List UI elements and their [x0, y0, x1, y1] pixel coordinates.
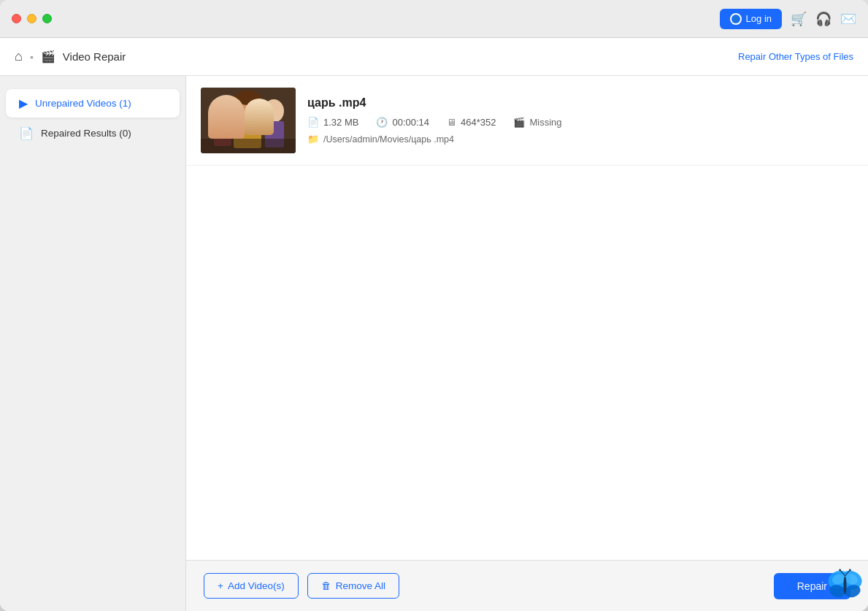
login-button[interactable]: 👤 Log in — [720, 9, 782, 29]
toolbar: ⌂ ▪ 🎬 Video Repair Repair Other Types of… — [0, 38, 868, 76]
toolbar-separator: ▪ — [30, 51, 34, 63]
film-icon: 🎬 — [41, 50, 55, 64]
repaired-file-icon: 📄 — [19, 126, 34, 140]
video-file-icon: ▶ — [19, 96, 28, 110]
file-status-item: 🎬 Missing — [513, 117, 561, 128]
file-resolution: 464*352 — [461, 117, 496, 128]
main-layout: ▶ Unrepaired Videos (1) 📄 Repaired Resul… — [0, 76, 868, 611]
svg-point-13 — [826, 567, 853, 592]
svg-point-14 — [837, 567, 864, 592]
sidebar-repaired-label: Repaired Results (0) — [41, 128, 131, 139]
file-size-icon: 📄 — [307, 117, 319, 128]
svg-point-6 — [246, 122, 250, 126]
headphone-icon[interactable]: 🎧 — [815, 11, 831, 27]
file-thumbnail — [201, 88, 296, 153]
add-video-label: Add Video(s) — [228, 580, 285, 591]
toolbar-nav: ⌂ ▪ 🎬 Video Repair — [15, 49, 126, 64]
remove-all-label: Remove All — [336, 580, 385, 591]
file-size: 1.32 MB — [323, 117, 358, 128]
svg-point-12 — [241, 115, 256, 122]
app-window: 👤 Log in 🛒 🎧 ✉️ ⌂ ▪ 🎬 Video Repair Repai… — [0, 0, 868, 611]
file-duration: 00:00:14 — [392, 117, 429, 128]
sidebar: ▶ Unrepaired Videos (1) 📄 Repaired Resul… — [0, 76, 186, 611]
close-button[interactable] — [12, 14, 21, 23]
file-path: /Users/admin/Movies/царь .mp4 — [323, 134, 454, 145]
cart-icon[interactable]: 🛒 — [791, 11, 807, 27]
svg-point-1 — [212, 96, 234, 123]
svg-rect-10 — [201, 139, 296, 153]
folder-icon: 📁 — [307, 134, 319, 145]
traffic-lights — [12, 14, 52, 23]
svg-point-15 — [828, 583, 847, 599]
home-icon[interactable]: ⌂ — [15, 49, 23, 64]
bottom-bar: + Add Video(s) 🗑 Remove All Repair — [186, 560, 868, 611]
titlebar: 👤 Log in 🛒 🎧 ✉️ — [0, 0, 868, 38]
repair-button[interactable]: Repair — [774, 573, 850, 599]
file-info: царь .mp4 📄 1.32 MB 🕐 00:00:14 — [307, 96, 853, 145]
repair-label: Repair — [797, 580, 827, 592]
svg-point-11 — [235, 91, 261, 105]
file-path-row: 📁 /Users/admin/Movies/царь .mp4 — [307, 134, 853, 145]
remove-all-button[interactable]: 🗑 Remove All — [307, 573, 399, 599]
trash-icon: 🗑 — [321, 580, 331, 591]
sidebar-unrepaired-label: Unrepaired Videos (1) — [35, 98, 131, 109]
status-icon: 🎬 — [513, 117, 525, 128]
thumbnail-svg — [201, 88, 296, 153]
mail-icon[interactable]: ✉️ — [840, 11, 856, 27]
clock-icon: 🕐 — [376, 117, 388, 128]
plus-icon: + — [218, 580, 223, 591]
svg-point-8 — [264, 99, 284, 123]
file-duration-item: 🕐 00:00:14 — [376, 117, 429, 128]
file-status: Missing — [529, 117, 561, 128]
minimize-button[interactable] — [27, 14, 37, 23]
resolution-icon: 🖥 — [447, 117, 456, 128]
svg-point-7 — [253, 123, 258, 128]
svg-point-17 — [831, 572, 848, 586]
maximize-button[interactable] — [42, 14, 52, 23]
add-video-button[interactable]: + Add Video(s) — [204, 573, 299, 599]
titlebar-actions: 👤 Log in 🛒 🎧 ✉️ — [720, 9, 856, 29]
butterfly-decoration — [825, 565, 865, 605]
content-area: царь .mp4 📄 1.32 MB 🕐 00:00:14 — [186, 76, 868, 611]
svg-line-21 — [845, 569, 850, 575]
toolbar-title: Video Repair — [63, 50, 126, 63]
user-icon: 👤 — [730, 13, 742, 25]
svg-point-19 — [843, 576, 846, 594]
sidebar-item-repaired[interactable]: 📄 Repaired Results (0) — [6, 119, 180, 147]
sidebar-item-unrepaired[interactable]: ▶ Unrepaired Videos (1) — [6, 89, 180, 118]
file-name: царь .mp4 — [307, 96, 853, 109]
svg-point-5 — [239, 123, 243, 128]
svg-point-18 — [842, 572, 859, 586]
svg-point-22 — [839, 569, 841, 571]
file-meta-row: 📄 1.32 MB 🕐 00:00:14 🖥 464*352 — [307, 117, 853, 128]
svg-line-20 — [840, 569, 845, 575]
repair-other-link[interactable]: Repair Other Types of Files — [738, 51, 853, 62]
login-label: Log in — [746, 13, 772, 24]
svg-point-16 — [843, 583, 862, 599]
svg-point-23 — [849, 569, 851, 571]
file-size-item: 📄 1.32 MB — [307, 117, 358, 128]
thumbnail-art — [201, 88, 296, 153]
file-resolution-item: 🖥 464*352 — [447, 117, 496, 128]
table-row: царь .mp4 📄 1.32 MB 🕐 00:00:14 — [186, 76, 868, 166]
file-list: царь .mp4 📄 1.32 MB 🕐 00:00:14 — [186, 76, 868, 560]
